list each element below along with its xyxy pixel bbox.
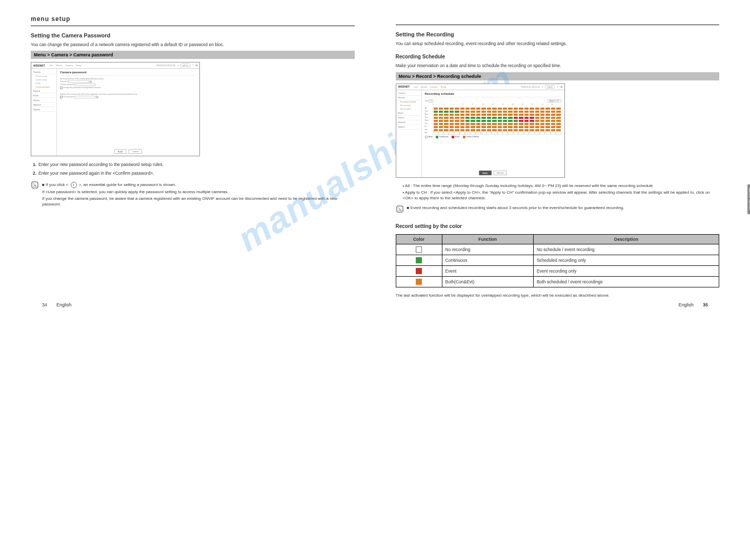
use-password-input[interactable] [75, 96, 95, 98]
left-column: menu setup Setting the Camera Password Y… [31, 15, 355, 301]
title-rule-right [396, 25, 720, 25]
sidebar-item-camera[interactable]: Cameraˇ [32, 70, 55, 74]
right-subheading: Recording Schedule [396, 54, 720, 59]
topnav-setup[interactable]: Setup [441, 86, 446, 88]
cancel-button[interactable]: Cancel [129, 149, 142, 154]
page-columns: menu setup Setting the Camera Password Y… [31, 15, 719, 301]
apply-to-ch-button[interactable]: Apply to CH [548, 99, 561, 102]
schedule-grid[interactable]: AllSunMonTueWedThuFriSatHol [425, 107, 561, 135]
ss-line2: Register the camera to be able to be reg… [60, 93, 196, 95]
page-number-right: 35 [703, 302, 708, 307]
page-footer-right: English [678, 302, 694, 307]
menu-path-bar: Menu > Camera > Camera password [31, 51, 355, 59]
ss-body: Cameraˇ Channel setup Camera setup Profi… [31, 69, 199, 156]
step-1: 1.Enter your new password according to t… [33, 161, 355, 168]
menu-path-bar-right: Menu > Record > Recording schedule [396, 72, 720, 80]
ss2-header: WISENET Live Search Camera Setup 2020-01… [396, 84, 564, 90]
sidebar-sub-record-option[interactable]: Record option [397, 108, 420, 111]
sidebar-item-record[interactable]: Recordˇ [397, 96, 420, 100]
ss2-main: Recording schedule CH 1 ▾ Apply to CH 02… [422, 90, 564, 177]
topnav-camera[interactable]: Camera [66, 64, 73, 67]
legend-both: Contin. & Event [467, 136, 479, 138]
ss2-buttons: Apply Default [479, 171, 507, 175]
topnav-live[interactable]: Live [49, 64, 53, 67]
chevron-icon: ˇ [54, 71, 54, 73]
checkbox-use-password[interactable] [60, 96, 63, 98]
sidebar-item-camera[interactable]: Cameraˇ [397, 91, 420, 96]
title-rule [31, 26, 355, 26]
confirm-password-input[interactable] [75, 84, 95, 86]
ss2-datetime: 2020-01-01 00:20:22 [521, 86, 540, 88]
sidebar-item-event[interactable]: Eventˇ [397, 111, 420, 116]
sidebar-item-device[interactable]: Deviceˇ [32, 98, 55, 102]
chapter-title: menu setup [31, 15, 355, 23]
sidebar-item-record[interactable]: Recordˇ [32, 89, 55, 93]
schedule-hour-header: 024681012141618202224 [433, 103, 561, 106]
ss-confirm-row: Confirm password [60, 84, 196, 86]
pw-label: Password [60, 81, 68, 83]
sidebar-sub-camera-password[interactable]: Camera password [32, 85, 55, 89]
right-section-heading: Setting the Recording [396, 31, 720, 37]
sidebar-sub-recording-schedule[interactable]: Recording schedule [397, 100, 420, 104]
topnav-camera[interactable]: Camera [430, 86, 437, 88]
right-column: Setting the Recording You can setup sche… [396, 15, 720, 301]
ss-buttons: Apply Cancel [114, 149, 142, 154]
ss-datetime: 2020-01-01 00:14:36 [156, 64, 175, 67]
apply-button[interactable]: Apply [479, 171, 491, 175]
apply-button[interactable]: Apply [114, 149, 127, 154]
note-row-right: ■ Event recording and scheduled recordin… [396, 205, 720, 216]
table-footer: The last activated function will be disp… [396, 293, 720, 299]
sidebar-sub-profile[interactable]: Profile [32, 81, 55, 85]
sidebar-item-device[interactable]: Deviceˇ [397, 116, 420, 120]
th-color: Color [396, 234, 442, 244]
note-3: If you change the camera password, be aw… [42, 196, 355, 207]
help-icon[interactable]: ? [192, 64, 193, 67]
sidebar-item-system[interactable]: Systemˇ [32, 107, 55, 112]
info-icon-2[interactable]: i [96, 96, 98, 98]
sidebar-item-system[interactable]: Systemˇ [397, 125, 420, 130]
topnav-search[interactable]: Search [56, 64, 63, 67]
ss-header: WISENET Live Search Camera Setup 2020-01… [31, 63, 199, 69]
power-icon[interactable]: ⏻ [560, 86, 562, 88]
steps-list: 1.Enter your new password according to t… [31, 161, 355, 177]
th-description: Description [533, 234, 719, 244]
sidebar-sub-record-setup[interactable]: Record setup [397, 104, 420, 108]
section-body: You can change the password of a network… [31, 42, 355, 48]
legend-swatch-event [452, 136, 454, 138]
topnav-setup[interactable]: Setup [76, 64, 81, 67]
chk2-label: Use password [63, 96, 74, 98]
help-icon[interactable]: ? [557, 86, 558, 88]
sidebar-sub-camera-setup[interactable]: Camera setup [32, 78, 55, 81]
channel-label: CH 1 [425, 100, 429, 102]
bullet-all: • All : The entire time range (Monday th… [403, 183, 720, 189]
info-icon[interactable]: i [89, 80, 92, 83]
checkbox-change-all[interactable] [60, 87, 63, 89]
ss-chk2-row: Use password i [60, 96, 196, 98]
note-2: If <Use password> is selected, you can q… [42, 189, 355, 195]
topnav-search[interactable]: Search [421, 86, 428, 88]
ss-topnav: Live Search Camera Setup [49, 64, 82, 67]
password-input[interactable] [68, 80, 89, 83]
th-function: Function [442, 234, 533, 244]
topnav-live[interactable]: Live [414, 86, 417, 88]
power-icon[interactable]: ⏻ [195, 64, 197, 67]
schedule-legend: None Continuous Event Contin. & Event [425, 136, 561, 138]
language-icon[interactable]: ⎈ [542, 86, 543, 88]
bullet-apply-ch: • Apply to CH : If you select <Apply to … [403, 190, 720, 201]
ss2-brand: WISENET [398, 85, 410, 88]
channel-select[interactable]: ▾ [429, 99, 433, 102]
note-icon [31, 181, 39, 192]
step-2: 2.Enter your new password again in the <… [33, 170, 355, 177]
language-icon[interactable]: ⎈ [177, 64, 178, 67]
sidebar-item-event[interactable]: Eventˇ [32, 93, 55, 98]
admin-button[interactable]: admin [545, 85, 555, 89]
confirm-label: Confirm password [60, 84, 74, 86]
admin-button[interactable]: admin [180, 64, 190, 67]
sidebar-sub-channel-setup[interactable]: Channel setup [32, 74, 55, 78]
legend-swatch-none [425, 136, 428, 138]
schedule-top-row: CH 1 ▾ Apply to CH [425, 99, 561, 102]
sidebar-item-network[interactable]: Networkˇ [32, 102, 55, 107]
ss-main-title: Camera password [60, 71, 196, 76]
sidebar-item-network[interactable]: Networkˇ [397, 120, 420, 125]
default-button[interactable]: Default [493, 171, 507, 175]
